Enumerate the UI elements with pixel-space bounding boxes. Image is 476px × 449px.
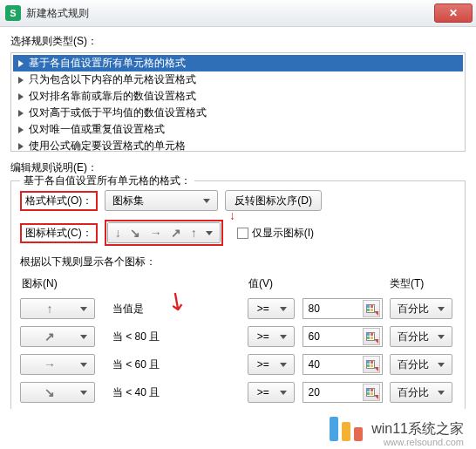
rule-value-text: 40	[309, 358, 363, 371]
rule-condition-text: 当 < 40 且	[112, 385, 241, 400]
chevron-down-icon	[276, 356, 290, 373]
rule-arrow-icon: ↘	[44, 386, 55, 398]
range-picker-button[interactable]	[363, 384, 380, 401]
rule-type-item[interactable]: 仅对排名靠前或靠后的数值设置格式	[13, 88, 463, 105]
rules-columns-header: 图标(N) 值(V) 类型(T) ↘	[20, 276, 456, 291]
rule-type-combo[interactable]: 百分比	[390, 382, 452, 403]
rule-value-text: 20	[309, 386, 363, 398]
rule-arrow-icon: →	[44, 358, 56, 371]
reverse-icon-order-button[interactable]: 反转图标次序(D)	[225, 190, 322, 211]
format-style-row: 格式样式(O)： 图标集 反转图标次序(D) ↓	[20, 190, 456, 211]
rule-type-value: 百分比	[398, 357, 429, 372]
rule-type-combo[interactable]: 百分比	[390, 326, 452, 347]
rule-type-item[interactable]: 基于各自值设置所有单元格的格式	[13, 55, 463, 71]
rule-icon-combo[interactable]: ↘	[20, 382, 95, 403]
range-picker-button[interactable]	[363, 300, 380, 317]
chevron-down-icon	[77, 356, 91, 373]
annotation-arrow-icon: ↓	[229, 209, 235, 221]
rule-operator-combo[interactable]: >=	[248, 382, 295, 403]
icon-rule-row: →当 < 60 且>=40百分比	[20, 354, 456, 375]
watermark-bar: win11系统之家 www.relsound.com	[0, 409, 476, 449]
rule-type-item[interactable]: 只为包含以下内容的单元格设置格式	[13, 71, 463, 88]
range-picker-icon	[366, 331, 377, 342]
rule-value-text: 80	[309, 303, 363, 315]
rule-type-text: 仅对高于或低于平均值的数值设置格式	[29, 105, 207, 120]
rule-type-combo[interactable]: 百分比	[390, 298, 452, 319]
arrow-up-icon: ↑	[191, 227, 197, 239]
rule-type-combo[interactable]: 百分比	[390, 354, 452, 375]
col-value-header: 值(V)	[248, 276, 390, 291]
rule-type-text: 基于各自值设置所有单元格的格式	[29, 56, 186, 71]
icon-style-combo-highlight: ↓ ↘ → ↗ ↑	[105, 220, 223, 246]
format-style-label-highlight: 格式样式(O)：	[20, 191, 98, 211]
chevron-down-icon	[77, 300, 91, 317]
close-button[interactable]: ✕	[434, 3, 473, 23]
chevron-down-icon	[434, 300, 448, 317]
rule-operator-combo[interactable]: >=	[248, 326, 295, 347]
titlebar: S 新建格式规则 ✕	[0, 0, 476, 27]
rule-type-list[interactable]: 基于各自值设置所有单元格的格式 只为包含以下内容的单元格设置格式 仅对排名靠前或…	[10, 52, 466, 152]
rule-type-text: 仅对排名靠前或靠后的数值设置格式	[29, 89, 196, 104]
bullet-icon	[18, 126, 24, 133]
rule-operator-value: >=	[255, 330, 271, 343]
range-picker-button[interactable]	[363, 356, 380, 373]
rule-value-input[interactable]: 20	[303, 382, 383, 403]
rule-arrow-icon: ↑	[47, 303, 53, 315]
range-picker-button[interactable]	[363, 328, 380, 345]
close-icon: ✕	[449, 7, 458, 19]
rule-type-text: 使用公式确定要设置格式的单元格	[29, 139, 186, 152]
rule-type-value: 百分比	[398, 302, 429, 316]
chevron-down-icon	[77, 384, 91, 401]
rule-operator-combo[interactable]: >=	[248, 298, 295, 319]
format-style-combo[interactable]: 图标集	[105, 190, 218, 211]
chevron-down-icon	[434, 328, 448, 345]
rule-operator-value: >=	[255, 303, 271, 315]
rule-value-input[interactable]: 40	[303, 354, 383, 375]
icon-style-label: 图标样式(C)：	[25, 226, 92, 241]
show-icon-only-option[interactable]: 仅显示图标(I)	[237, 226, 314, 241]
icon-rule-row: ↗当 < 80 且>=60百分比	[20, 326, 456, 347]
format-style-label: 格式样式(O)：	[25, 194, 92, 208]
rule-type-item[interactable]: 仅对高于或低于平均值的数值设置格式	[13, 105, 463, 121]
show-icon-only-checkbox[interactable]	[237, 228, 248, 239]
rule-condition-text: 当值是	[112, 302, 241, 316]
range-picker-icon	[366, 387, 377, 398]
watermark-url: www.relsound.com	[384, 437, 464, 447]
chevron-down-icon	[276, 384, 290, 401]
rule-condition-text: 当 < 60 且	[112, 357, 241, 372]
rule-type-item[interactable]: 仅对唯一值或重复值设置格式	[13, 121, 463, 138]
chevron-down-icon	[202, 224, 216, 242]
icon-rule-row: ↑当值是>=80百分比	[20, 298, 456, 319]
show-icon-only-label: 仅显示图标(I)	[252, 226, 314, 241]
chevron-down-icon	[276, 300, 290, 317]
bullet-icon	[18, 93, 24, 100]
icon-style-label-highlight: 图标样式(C)：	[20, 223, 98, 243]
rule-operator-value: >=	[255, 358, 271, 371]
format-style-value: 图标集	[112, 194, 194, 208]
rule-type-item[interactable]: 使用公式确定要设置格式的单元格	[13, 138, 463, 152]
rule-arrow-icon: ↗	[44, 330, 55, 343]
rule-icon-combo[interactable]: ↑	[20, 298, 95, 319]
rule-value-input[interactable]: 60	[303, 326, 383, 347]
rule-value-text: 60	[309, 330, 363, 343]
icon-style-row: 图标样式(C)： ↓ ↘ → ↗ ↑	[20, 220, 456, 246]
range-picker-icon	[366, 359, 377, 370]
bullet-icon	[18, 60, 24, 67]
icon-style-combo[interactable]: ↓ ↘ → ↗ ↑	[107, 222, 221, 243]
rule-type-text: 仅对唯一值或重复值设置格式	[29, 122, 165, 137]
col-icon-header: 图标(N)	[22, 276, 248, 291]
rule-value-input[interactable]: 80	[303, 298, 383, 319]
arrow-down-icon: ↓	[115, 227, 121, 239]
rule-icon-combo[interactable]: ↗	[20, 326, 95, 347]
col-type-header: 类型(T)	[390, 276, 456, 291]
chevron-down-icon	[434, 356, 448, 373]
rule-condition-text: 当 < 80 且	[112, 330, 241, 344]
rule-icon-combo[interactable]: →	[20, 354, 95, 375]
dialog-window: S 新建格式规则 ✕ 选择规则类型(S)： 基于各自值设置所有单元格的格式 只为…	[0, 0, 476, 449]
bullet-icon	[18, 77, 24, 84]
rule-operator-combo[interactable]: >=	[248, 354, 295, 375]
icon-style-preview: ↓ ↘ → ↗ ↑	[115, 227, 197, 239]
rule-type-value: 百分比	[398, 330, 429, 344]
app-icon: S	[5, 5, 21, 21]
range-picker-icon	[366, 303, 377, 314]
